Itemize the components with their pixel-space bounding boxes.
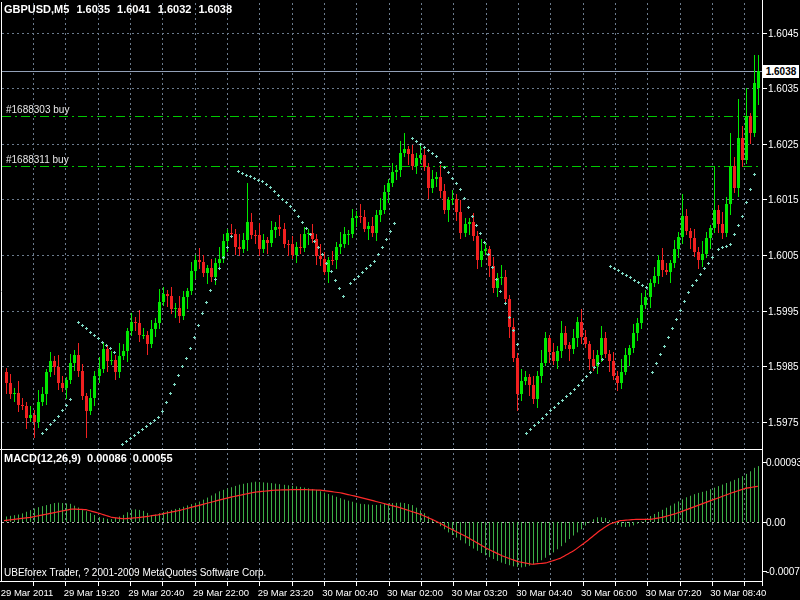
symbol-timeframe: GBPUSD,M5 (4, 3, 69, 15)
ohlc-close: 1.6038 (198, 3, 232, 15)
time-axis-label: 30 Mar 07:20 (646, 587, 702, 598)
macd-axis-label: -0.00076 (766, 566, 800, 577)
chart-title: GBPUSD,M51.60351.60411.60321.6038 (4, 3, 239, 15)
time-axis-label: 29 Mar 23:20 (258, 587, 314, 598)
time-axis-label: 30 Mar 02:00 (387, 587, 443, 598)
time-axis-label: 29 Mar 19:20 (64, 587, 120, 598)
time-axis-label: 29 Mar 20:40 (128, 587, 184, 598)
price-axis-label: 1.6035 (768, 83, 799, 94)
ohlc-high: 1.6041 (117, 3, 151, 15)
order-line-label[interactable]: #1688303 buy (6, 104, 69, 115)
time-axis-label: 30 Mar 06:00 (581, 587, 637, 598)
price-axis-label: 1.6005 (768, 249, 799, 260)
price-axis-label: 1.6025 (768, 138, 799, 149)
time-axis-label: 30 Mar 08:40 (710, 587, 766, 598)
price-axis-label: 1.5985 (768, 361, 799, 372)
macd-signal-value: 0.00055 (133, 452, 173, 464)
copyright-text: UBEforex Trader, ? 2001-2009 MetaQuotes … (4, 567, 266, 578)
price-axis-label: 1.5995 (768, 305, 799, 316)
price-axis-label: 1.6045 (768, 27, 799, 38)
price-axis-label: 1.5975 (768, 416, 799, 427)
time-axis-label: 29 Mar 22:00 (193, 587, 249, 598)
ohlc-low: 1.6032 (158, 3, 192, 15)
time-axis-label: 30 Mar 03:20 (452, 587, 508, 598)
order-line-label[interactable]: #1688311 buy (6, 154, 69, 165)
ohlc-open: 1.6035 (76, 3, 110, 15)
price-chart-canvas[interactable] (0, 0, 800, 600)
time-axis-label: 29 Mar 2011 (1, 587, 54, 598)
trading-chart-window: GBPUSD,M51.60351.60411.60321.6038 #16883… (0, 0, 800, 600)
price-axis-label: 1.6015 (768, 194, 799, 205)
macd-indicator-header: MACD(12,26,9)0.000860.00055 (4, 452, 179, 464)
current-price-tag: 1.6038 (763, 65, 799, 78)
macd-axis-label: 0.00093 (766, 456, 800, 467)
macd-name: MACD(12,26,9) (4, 452, 81, 464)
time-axis-label: 30 Mar 00:40 (322, 587, 378, 598)
time-axis-label: 30 Mar 04:40 (516, 587, 572, 598)
macd-value: 0.00086 (87, 452, 127, 464)
macd-axis-label: 0.00 (766, 517, 785, 528)
